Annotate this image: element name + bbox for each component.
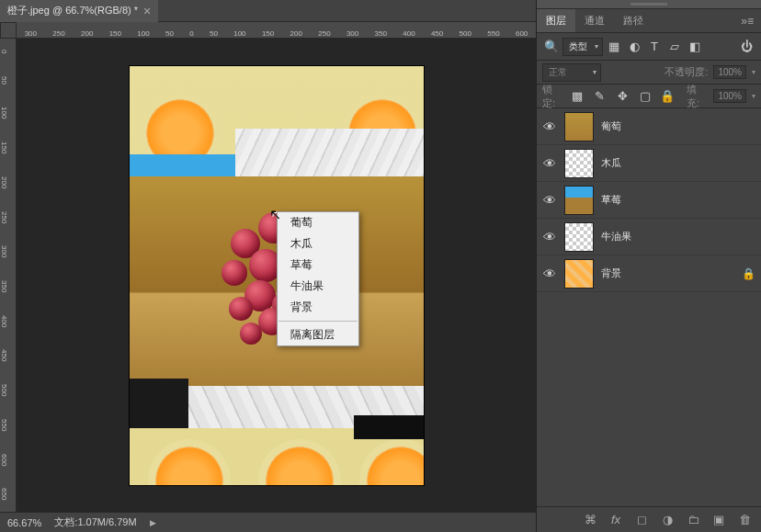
- filter-toggle-icon[interactable]: ⏻: [737, 38, 755, 56]
- context-menu-item[interactable]: 葡萄: [278, 212, 358, 233]
- opacity-value[interactable]: 100%: [713, 65, 746, 79]
- layer-name[interactable]: 背景: [601, 266, 734, 280]
- panel-menu-icon[interactable]: »≡: [733, 15, 761, 28]
- visibility-icon[interactable]: 👁: [542, 266, 557, 281]
- grape-graphic: [240, 323, 262, 345]
- context-menu-divider: [278, 321, 358, 322]
- ruler-tick: 550: [0, 419, 16, 431]
- adjustment-layer-icon[interactable]: ◑: [658, 511, 676, 529]
- layer-row[interactable]: 👁牛油果: [537, 219, 761, 255]
- layer-row[interactable]: 👁木瓜: [537, 145, 761, 182]
- ruler-tick: 300: [0, 245, 16, 257]
- visibility-icon[interactable]: 👁: [542, 193, 557, 208]
- ruler-tick: 150: [262, 29, 274, 38]
- ruler-tick: 100: [137, 29, 149, 38]
- visibility-icon[interactable]: 👁: [542, 156, 557, 171]
- layers-list: 👁葡萄👁木瓜👁草莓👁牛油果👁背景🔒: [537, 108, 761, 506]
- context-menu-item[interactable]: 木瓜: [278, 233, 358, 255]
- layer-mask-icon[interactable]: ◻: [632, 511, 651, 529]
- document-title: 橙子.jpeg @ 66.7%(RGB/8) *: [7, 4, 138, 17]
- lock-icon[interactable]: 🔒: [742, 267, 755, 280]
- context-menu-isolate[interactable]: 隔离图层: [278, 324, 358, 345]
- layer-row[interactable]: 👁背景🔒: [537, 255, 761, 292]
- context-menu-item[interactable]: 草莓: [278, 255, 358, 276]
- new-layer-icon[interactable]: ▣: [710, 511, 728, 529]
- fill-value[interactable]: 100%: [713, 89, 746, 103]
- doc-info[interactable]: 文档:1.07M/6.79M: [54, 515, 136, 529]
- filter-kind-select[interactable]: 类型: [562, 38, 603, 56]
- ruler-tick: 250: [52, 29, 64, 38]
- layer-name[interactable]: 木瓜: [601, 156, 755, 170]
- layer-fx-icon[interactable]: fx: [607, 511, 625, 529]
- layer-thumbnail[interactable]: [564, 149, 594, 178]
- filter-smart-icon[interactable]: ◧: [686, 38, 704, 56]
- ruler-tick: 50: [210, 29, 218, 38]
- opacity-label: 不透明度:: [664, 65, 708, 79]
- delete-layer-icon[interactable]: 🗑: [735, 511, 754, 529]
- layer-group-icon[interactable]: 🗀: [684, 511, 702, 529]
- ruler-vertical[interactable]: 050100150200250300350400450500550600650: [0, 39, 17, 512]
- ruler-tick: 150: [109, 29, 121, 38]
- blend-opacity-row: 正常 不透明度: 100% ▾: [537, 61, 761, 85]
- zoom-value[interactable]: 66.67%: [7, 517, 41, 528]
- blend-mode-select[interactable]: 正常: [542, 63, 601, 82]
- tab-channels[interactable]: 通道: [575, 9, 614, 32]
- search-icon: 🔍: [542, 38, 561, 56]
- ruler-tick: 350: [375, 29, 387, 38]
- chevron-down-icon[interactable]: ▾: [752, 92, 755, 100]
- close-icon[interactable]: ×: [143, 4, 151, 18]
- grape-graphic: [221, 260, 247, 286]
- ruler-tick: 500: [460, 29, 471, 38]
- lock-pixels-icon[interactable]: ▩: [569, 87, 585, 106]
- layer-thumbnail[interactable]: [564, 112, 594, 141]
- ruler-origin[interactable]: [0, 22, 17, 39]
- document-tab[interactable]: 橙子.jpeg @ 66.7%(RGB/8) * ×: [0, 0, 158, 22]
- cursor-icon: ↖: [269, 206, 281, 223]
- lock-fill-row: 锁定: ▩ ✎ ✥ ▢ 🔒 填充: 100% ▾: [537, 85, 761, 108]
- filter-shape-icon[interactable]: ▱: [665, 38, 684, 56]
- layer-name[interactable]: 草莓: [601, 193, 755, 207]
- ruler-tick: 450: [431, 29, 443, 38]
- ruler-tick: 400: [403, 29, 415, 38]
- ruler-horizontal[interactable]: 3002502001501005005010015020025030035040…: [17, 22, 536, 39]
- filter-image-icon[interactable]: ▦: [605, 38, 623, 56]
- ruler-tick: 300: [346, 29, 358, 38]
- ruler-tick: 250: [0, 211, 16, 223]
- ruler-tick: 200: [290, 29, 302, 38]
- document-canvas[interactable]: ↖ 葡萄木瓜草莓牛油果背景隔离图层: [130, 66, 424, 485]
- filter-type-icon[interactable]: T: [645, 38, 664, 56]
- marble-strip-graphic: [235, 129, 424, 176]
- lock-all-icon[interactable]: 🔒: [659, 87, 676, 106]
- visibility-icon[interactable]: 👁: [542, 230, 557, 244]
- status-flyout-icon[interactable]: ▶: [150, 518, 156, 527]
- collapse-handle[interactable]: [537, 0, 761, 9]
- ruler-tick: 400: [0, 315, 16, 327]
- ruler-tick: 450: [0, 349, 16, 361]
- layer-name[interactable]: 葡萄: [601, 119, 755, 133]
- layer-thumbnail[interactable]: [564, 259, 594, 289]
- layer-thumbnail[interactable]: [564, 222, 594, 252]
- lock-artboard-icon[interactable]: ▢: [636, 87, 653, 106]
- context-menu-item[interactable]: 牛油果: [278, 276, 358, 297]
- context-menu-item[interactable]: 背景: [278, 297, 358, 318]
- visibility-icon[interactable]: 👁: [542, 119, 557, 134]
- lock-label: 锁定:: [542, 83, 563, 110]
- canvas-viewport[interactable]: ↖ 葡萄木瓜草莓牛油果背景隔离图层: [17, 39, 536, 512]
- layer-thumbnail[interactable]: [564, 186, 594, 215]
- lock-brush-icon[interactable]: ✎: [592, 87, 608, 106]
- layers-toolbar: ⌘ fx ◻ ◑ 🗀 ▣ 🗑: [537, 506, 761, 532]
- ruler-tick: 250: [318, 29, 330, 38]
- ruler-tick: 650: [0, 488, 16, 500]
- link-layers-icon[interactable]: ⌘: [581, 511, 599, 529]
- tab-paths[interactable]: 路径: [614, 9, 653, 32]
- ruler-tick: 100: [233, 29, 245, 38]
- filter-adjust-icon[interactable]: ◐: [625, 38, 643, 56]
- layer-row[interactable]: 👁草莓: [537, 182, 761, 219]
- layer-row[interactable]: 👁葡萄: [537, 108, 761, 145]
- layer-name[interactable]: 牛油果: [601, 230, 755, 243]
- chevron-down-icon[interactable]: ▾: [752, 68, 755, 76]
- ruler-tick: 300: [25, 29, 37, 38]
- tab-layers[interactable]: 图层: [537, 9, 575, 32]
- panel-tabs: 图层 通道 路径 »≡: [537, 9, 761, 33]
- lock-position-icon[interactable]: ✥: [614, 87, 630, 106]
